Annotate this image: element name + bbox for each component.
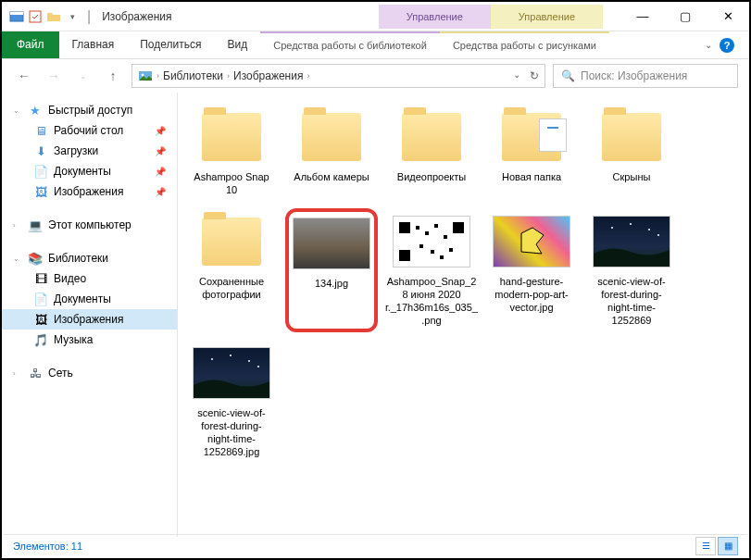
sidebar-label: Сеть xyxy=(48,367,73,380)
forward-button[interactable]: → xyxy=(43,65,65,87)
sidebar-item-lib-documents[interactable]: 📄Документы xyxy=(2,289,177,309)
ribbon-tabs: Файл Главная Поделиться Вид Средства раб… xyxy=(2,31,749,59)
properties-icon[interactable] xyxy=(28,9,43,24)
ribbon-collapse-icon[interactable]: ⌄ xyxy=(705,40,712,50)
thumbnail xyxy=(191,343,272,403)
sidebar-network[interactable]: › 🖧 Сеть xyxy=(2,363,177,383)
address-dropdown-icon[interactable]: ⌄ xyxy=(513,69,520,82)
qat-dropdown-icon[interactable]: ▾ xyxy=(65,9,80,24)
folder-item[interactable]: Сохраненные фотографии xyxy=(185,208,278,332)
sidebar-this-pc[interactable]: › 💻 Этот компьютер xyxy=(2,215,177,235)
help-icon[interactable]: ? xyxy=(720,38,734,53)
svg-rect-2 xyxy=(30,11,41,22)
folder-item[interactable]: Ashampoo Snap 10 xyxy=(185,104,278,201)
recent-dropdown[interactable]: ⌄ xyxy=(72,65,94,87)
pin-icon: 📌 xyxy=(155,126,166,136)
star-icon: ★ xyxy=(28,103,43,118)
sidebar-quick-access[interactable]: ⌄ ★ Быстрый доступ xyxy=(2,100,177,120)
expand-icon[interactable]: › xyxy=(13,369,22,378)
thumbnail xyxy=(291,214,372,273)
ribbon-tab-share[interactable]: Поделиться xyxy=(127,31,214,58)
svg-point-16 xyxy=(611,227,613,229)
pin-icon: 📌 xyxy=(155,167,166,177)
folder-item[interactable]: Альбом камеры xyxy=(285,104,378,201)
file-item[interactable]: scenic-view-of-forest-during-night-time-… xyxy=(585,208,678,332)
address-bar[interactable]: › Библиотеки › Изображения › ⌄ ↻ xyxy=(131,64,545,88)
breadcrumb-sep[interactable]: › xyxy=(227,71,230,81)
folder-item[interactable]: Скрыны xyxy=(585,104,678,201)
sidebar-label: Этот компьютер xyxy=(48,218,131,231)
search-icon: 🔍 xyxy=(561,69,575,82)
thumbnail xyxy=(291,107,372,167)
sidebar-libraries[interactable]: ⌄ 📚 Библиотеки xyxy=(2,248,177,268)
pc-icon: 💻 xyxy=(28,218,43,232)
context-tab-pictures[interactable]: Управление xyxy=(491,5,603,29)
documents-icon: 📄 xyxy=(33,292,48,306)
expand-icon[interactable]: ⌄ xyxy=(13,255,22,263)
thumbnail xyxy=(491,212,572,271)
ribbon-context-pictures[interactable]: Средства работы с рисунками xyxy=(440,31,609,58)
status-label: Элементов: xyxy=(13,541,69,552)
sidebar-item-downloads[interactable]: ⬇Загрузки📌 xyxy=(2,141,177,161)
thumbnail xyxy=(191,212,272,271)
content-area[interactable]: Ashampoo Snap 10Альбом камерыВидеопроект… xyxy=(178,93,749,537)
ribbon-right: ⌄ ? xyxy=(705,31,749,58)
ribbon-tab-view[interactable]: Вид xyxy=(214,31,260,58)
sidebar-item-lib-pictures[interactable]: 🖼Изображения xyxy=(2,309,177,330)
location-pictures-icon xyxy=(138,68,153,83)
thumbnail xyxy=(491,107,572,167)
item-caption: Скрыны xyxy=(613,170,651,183)
sidebar-item-pictures[interactable]: 🖼Изображения📌 xyxy=(2,181,177,202)
search-box[interactable]: 🔍 Поиск: Изображения xyxy=(553,64,738,88)
view-switcher: ☰ ▦ xyxy=(695,537,738,555)
svg-rect-10 xyxy=(434,224,438,228)
context-tab-library[interactable]: Управление xyxy=(379,5,491,29)
breadcrumb-libraries[interactable]: Библиотеки xyxy=(163,69,223,82)
svg-point-17 xyxy=(630,223,632,225)
folder-item[interactable]: Видеопроекты xyxy=(385,104,478,201)
breadcrumb-sep[interactable]: › xyxy=(156,71,159,81)
up-button[interactable]: ↑ xyxy=(102,65,124,87)
back-button[interactable]: ← xyxy=(13,65,35,87)
svg-point-22 xyxy=(248,360,250,362)
refresh-icon[interactable]: ↻ xyxy=(530,69,539,82)
maximize-button[interactable]: ▢ xyxy=(664,3,707,31)
file-item[interactable]: 134.jpg xyxy=(285,208,378,332)
breadcrumb-pictures[interactable]: Изображения xyxy=(233,69,303,82)
item-caption: Видеопроекты xyxy=(397,170,466,183)
sidebar-item-desktop[interactable]: 🖥Рабочий стол📌 xyxy=(2,120,177,141)
close-button[interactable]: ✕ xyxy=(707,3,749,31)
file-item[interactable]: scenic-view-of-forest-during-night-time-… xyxy=(185,340,278,463)
expand-icon[interactable]: › xyxy=(13,221,22,230)
item-caption: Ashampoo Snap 10 xyxy=(189,170,274,197)
svg-rect-1 xyxy=(10,12,23,15)
file-item[interactable]: Ashampoo_Snap_28 июня 2020 г._17h36m16s_… xyxy=(385,208,478,332)
ribbon-tab-home[interactable]: Главная xyxy=(59,31,128,58)
ribbon-context-library[interactable]: Средства работы с библиотекой xyxy=(260,31,440,58)
svg-rect-14 xyxy=(449,248,453,252)
sidebar-item-music[interactable]: 🎵Музыка xyxy=(2,330,177,350)
minimize-button[interactable]: — xyxy=(621,3,664,31)
expand-icon[interactable]: ⌄ xyxy=(13,106,22,115)
ribbon-file-tab[interactable]: Файл xyxy=(2,31,59,58)
navigation-pane: ⌄ ★ Быстрый доступ 🖥Рабочий стол📌 ⬇Загру… xyxy=(2,93,178,537)
window-controls: — ▢ ✕ xyxy=(621,3,749,31)
documents-icon: 📄 xyxy=(33,164,48,179)
pictures-icon: 🖼 xyxy=(33,312,48,327)
breadcrumb-sep[interactable]: › xyxy=(307,71,309,81)
sidebar-item-video[interactable]: 🎞Видео xyxy=(2,268,177,289)
view-thumbnails-button[interactable]: ▦ xyxy=(718,537,738,555)
file-item[interactable]: hand-gesture-modern-pop-art-vector.jpg xyxy=(485,208,578,332)
thumbnail xyxy=(591,212,672,271)
view-details-button[interactable]: ☰ xyxy=(695,537,716,555)
svg-rect-13 xyxy=(431,250,434,254)
svg-point-23 xyxy=(257,366,259,367)
svg-rect-5 xyxy=(399,222,410,233)
downloads-icon: ⬇ xyxy=(33,143,48,158)
folder-icon[interactable] xyxy=(46,9,61,24)
svg-rect-12 xyxy=(419,244,423,248)
folder-item[interactable]: Новая папка xyxy=(485,104,578,201)
sidebar-item-documents[interactable]: 📄Документы📌 xyxy=(2,161,177,181)
item-caption: Альбом камеры xyxy=(294,170,369,183)
explorer-icon xyxy=(9,9,24,24)
